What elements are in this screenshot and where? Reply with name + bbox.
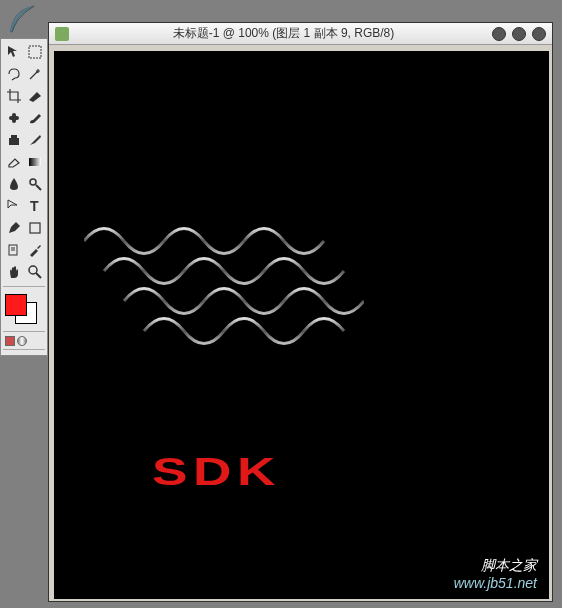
tool-marquee[interactable]	[24, 41, 45, 63]
document-titlebar[interactable]: 未标题-1 @ 100% (图层 1 副本 9, RGB/8)	[49, 23, 552, 45]
minimize-button[interactable]	[492, 27, 506, 41]
tool-move[interactable]	[3, 41, 24, 63]
tool-type[interactable]: T	[24, 195, 45, 217]
mode-quickmask[interactable]	[17, 336, 27, 346]
svg-rect-0	[29, 46, 41, 58]
tool-history[interactable]	[24, 129, 45, 151]
foreground-color[interactable]	[5, 294, 27, 316]
svg-rect-6	[30, 223, 40, 233]
tool-blur[interactable]	[3, 173, 24, 195]
maximize-button[interactable]	[512, 27, 526, 41]
wave-artwork	[84, 211, 364, 355]
close-button[interactable]	[532, 27, 546, 41]
watermark-url: www.jb51.net	[454, 575, 537, 591]
tool-slice[interactable]	[24, 85, 45, 107]
watermark: 脚本之家 www.jb51.net	[454, 557, 537, 591]
tool-wand[interactable]	[24, 63, 45, 85]
tool-eyedropper[interactable]	[24, 239, 45, 261]
toolbox: T	[0, 38, 48, 356]
color-picker[interactable]	[3, 290, 45, 328]
mode-standard[interactable]	[5, 336, 15, 346]
canvas[interactable]: SDK 脚本之家 www.jb51.net	[54, 51, 549, 599]
tool-gradient[interactable]	[24, 151, 45, 173]
tool-notes[interactable]	[3, 239, 24, 261]
svg-point-8	[29, 266, 37, 274]
svg-point-4	[30, 179, 36, 185]
svg-rect-2	[12, 113, 16, 123]
tool-shape[interactable]	[24, 217, 45, 239]
sdk-text: SDK	[152, 451, 281, 494]
tool-dodge[interactable]	[24, 173, 45, 195]
svg-rect-3	[29, 158, 41, 166]
tool-crop[interactable]	[3, 85, 24, 107]
app-feather-icon	[4, 2, 40, 38]
tool-healing[interactable]	[3, 107, 24, 129]
watermark-text: 脚本之家	[454, 557, 537, 575]
tool-clone[interactable]	[3, 129, 24, 151]
tool-lasso[interactable]	[3, 63, 24, 85]
document-title: 未标题-1 @ 100% (图层 1 副本 9, RGB/8)	[75, 25, 492, 42]
document-window: 未标题-1 @ 100% (图层 1 副本 9, RGB/8) SDK 脚本之家…	[48, 22, 553, 602]
tool-zoom[interactable]	[24, 261, 45, 283]
document-icon	[55, 27, 69, 41]
tool-eraser[interactable]	[3, 151, 24, 173]
tool-path[interactable]	[3, 195, 24, 217]
tool-hand[interactable]	[3, 261, 24, 283]
tool-brush[interactable]	[24, 107, 45, 129]
svg-text:T: T	[30, 198, 39, 214]
tool-pen[interactable]	[3, 217, 24, 239]
